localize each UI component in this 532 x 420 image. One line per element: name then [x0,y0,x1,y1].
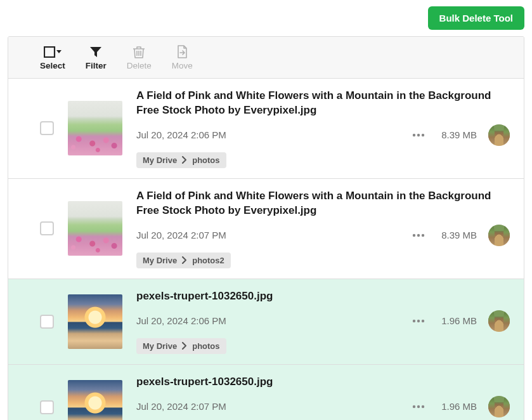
file-row[interactable]: pexels-trupert-1032650.jpg Jul 20, 2024 … [8,365,524,420]
svg-point-1 [413,134,415,136]
svg-point-5 [417,234,420,237]
file-size: 8.39 MB [439,230,477,240]
more-horizontal-icon [412,233,425,237]
file-midline: Jul 20, 2024 2:07 PM 8.39 MB [136,225,510,246]
file-thumbnail[interactable] [68,380,122,420]
svg-point-11 [417,405,420,407]
file-date: Jul 20, 2024 2:07 PM [136,230,398,240]
file-row[interactable]: A Field of Pink and White Flowers with a… [8,179,524,279]
svg-point-4 [413,234,415,237]
toolbar: Select Filter Delete [8,37,524,79]
path-root: My Drive [143,256,177,265]
file-title: A Field of Pink and White Flowers with a… [136,189,510,218]
file-midline: Jul 20, 2024 2:07 PM 1.96 MB [136,396,510,417]
path-folder: photos [192,341,219,351]
owner-avatar[interactable] [488,396,510,417]
bulk-delete-button[interactable]: Bulk Delete Tool [428,6,524,30]
select-label: Select [40,61,65,70]
more-horizontal-icon [412,133,425,137]
file-thumbnail[interactable] [68,201,122,256]
file-title: pexels-trupert-1032650.jpg [136,289,510,304]
filter-tool[interactable]: Filter [86,46,107,70]
file-panel: Select Filter Delete [8,36,524,420]
delete-label: Delete [127,61,152,70]
file-meta: pexels-trupert-1032650.jpg Jul 20, 2024 … [136,375,510,420]
row-checkbox[interactable] [40,315,54,329]
chevron-right-icon [182,156,187,164]
more-actions-button[interactable] [410,131,427,140]
file-path-chip[interactable]: My Drive photos [136,152,226,168]
move-tool: Move [172,46,193,70]
file-meta: pexels-trupert-1032650.jpg Jul 20, 2024 … [136,289,510,354]
file-midline: Jul 20, 2024 2:06 PM 1.96 MB [136,310,510,332]
svg-point-7 [413,319,415,322]
file-list: A Field of Pink and White Flowers with a… [8,79,524,420]
file-size: 1.96 MB [439,315,477,326]
file-thumbnail[interactable] [68,101,122,155]
file-path-chip[interactable]: My Drive photos [136,338,226,354]
svg-point-12 [422,405,424,407]
svg-rect-0 [44,47,55,57]
file-title: A Field of Pink and White Flowers with a… [136,89,510,118]
svg-point-6 [422,234,424,237]
filter-icon [89,46,102,58]
file-date: Jul 20, 2024 2:06 PM [136,315,398,326]
filter-label: Filter [86,61,107,70]
svg-point-9 [422,319,424,322]
select-tool[interactable]: Select [40,46,65,70]
owner-avatar[interactable] [488,124,510,146]
move-label: Move [172,61,193,70]
more-horizontal-icon [412,319,425,323]
file-title: pexels-trupert-1032650.jpg [136,375,510,390]
path-folder: photos [192,155,219,165]
file-size: 1.96 MB [439,401,477,412]
owner-avatar[interactable] [488,225,510,246]
more-actions-button[interactable] [410,317,427,325]
path-root: My Drive [143,155,177,165]
file-date: Jul 20, 2024 2:06 PM [136,129,398,140]
row-checkbox[interactable] [40,121,54,135]
svg-point-10 [413,405,415,407]
file-size: 8.39 MB [439,129,477,140]
file-meta: A Field of Pink and White Flowers with a… [136,89,510,168]
file-midline: Jul 20, 2024 2:06 PM 8.39 MB [136,124,510,146]
file-meta: A Field of Pink and White Flowers with a… [136,189,510,268]
svg-point-2 [417,134,420,136]
select-checkbox-icon [44,46,62,58]
more-horizontal-icon [412,405,425,409]
move-file-icon [176,46,188,58]
file-row[interactable]: A Field of Pink and White Flowers with a… [8,79,524,179]
file-path-chip[interactable]: My Drive photos2 [136,253,231,268]
trash-icon [133,46,145,58]
path-root: My Drive [143,341,177,351]
file-row[interactable]: pexels-trupert-1032650.jpg Jul 20, 2024 … [8,279,524,365]
path-folder: photos2 [192,256,224,265]
svg-point-8 [417,319,420,322]
more-actions-button[interactable] [410,231,427,240]
delete-tool: Delete [127,46,152,70]
row-checkbox[interactable] [40,400,54,414]
owner-avatar[interactable] [488,310,510,332]
svg-point-3 [422,134,424,136]
chevron-right-icon [182,256,187,264]
row-checkbox[interactable] [40,221,54,235]
file-date: Jul 20, 2024 2:07 PM [136,401,398,412]
top-actions: Bulk Delete Tool [8,6,524,30]
chevron-right-icon [182,342,187,350]
more-actions-button[interactable] [410,402,427,411]
file-thumbnail[interactable] [68,294,122,349]
